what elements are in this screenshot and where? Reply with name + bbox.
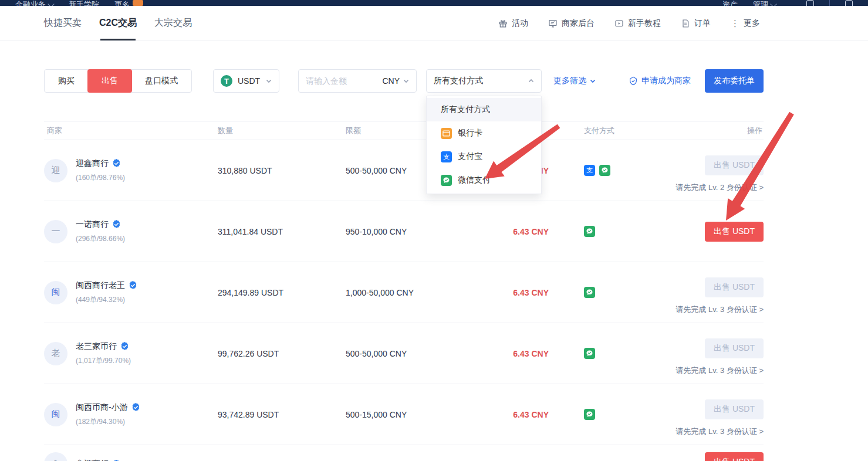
secondary-navbar: 快捷买卖 C2C交易 大宗交易 活动 商家后台 新手教程 订单 ⋮ 更多 — [0, 6, 868, 41]
header-merchant: 商家 — [44, 126, 218, 136]
chevron-down-icon — [48, 1, 54, 6]
nav-link-merchant-console[interactable]: 商家后台 — [548, 18, 595, 29]
user-icon[interactable] — [806, 0, 814, 6]
post-ad-button[interactable]: 发布委托单 — [705, 69, 764, 93]
more-filters-button[interactable]: 更多筛选 — [553, 76, 596, 86]
payment-methods-cell — [549, 226, 616, 237]
orderbook-mode-tab[interactable]: 盘口模式 — [131, 70, 191, 92]
wechat-icon — [584, 409, 595, 420]
currency-select[interactable]: CNY — [382, 76, 409, 86]
merchant-name[interactable]: 闽西商行老王 — [76, 280, 125, 291]
merchant-cell: 老 老三家币行 (1,017单/99.70%) — [44, 341, 218, 366]
chevron-down-icon — [590, 78, 596, 84]
payment-methods-cell: 支 — [549, 165, 616, 176]
topbar-manage[interactable]: 管理 — [753, 0, 776, 6]
sell-usdt-button[interactable]: 出售 USDT — [705, 399, 764, 419]
merchant-name[interactable]: 闽西币商-小游 — [76, 402, 128, 413]
merchant-cell: 迎 迎鑫商行 (160单/98.76%) — [44, 158, 218, 183]
verified-badge-icon — [131, 403, 140, 412]
payment-methods-cell — [549, 287, 616, 298]
sell-usdt-button[interactable]: 出售 USDT — [705, 222, 764, 242]
alipay-icon: 支 — [441, 151, 452, 162]
more-dots-icon: ⋮ — [731, 19, 739, 28]
offers-table: 商家 数量 限额 支付方式 操作 迎 迎鑫商行 (160单/98.76%) 31… — [44, 121, 764, 461]
dropdown-option-wechat-pay[interactable]: 微信支付 — [427, 168, 541, 192]
payment-method-dropdown: 所有支付方式 银行卡 支 支付宝 微信支付 — [426, 96, 542, 194]
nav-link-orders[interactable]: 订单 — [681, 18, 711, 29]
tab-c2c-trade[interactable]: C2C交易 — [99, 6, 137, 41]
nav-link-tutorial[interactable]: 新手教程 — [614, 18, 661, 29]
merchant-cell: 鑫 鑫源商行 — [44, 445, 218, 461]
merchant-stats: (182单/94.30%) — [76, 417, 140, 427]
merchant-cell: 一 一诺商行 (296单/98.66%) — [44, 219, 218, 244]
avatar: 老 — [44, 342, 67, 365]
topbar-menu-beginner[interactable]: 新手学院 — [69, 0, 99, 6]
avatar: 闽 — [44, 281, 67, 304]
merchant-name[interactable]: 老三家币行 — [76, 341, 117, 352]
kyc-note-link[interactable]: 请先完成 Lv. 3 身份认证 > — [676, 365, 764, 376]
price-cell: 6.43 CNY — [490, 288, 549, 297]
merchant-name[interactable]: 迎鑫商行 — [76, 158, 109, 169]
nav-link-more[interactable]: ⋮ 更多 — [731, 18, 760, 29]
sell-usdt-button[interactable]: 出售 USDT — [705, 155, 764, 175]
header-action: 操作 — [616, 126, 764, 136]
price-cell: 6.43 CNY — [490, 410, 549, 419]
amount-cell: 93,742.89 USDT — [218, 410, 346, 419]
divider — [829, 0, 830, 6]
gift-icon — [498, 19, 508, 28]
kyc-note-link[interactable]: 请先完成 Lv. 2 身份认证 > — [676, 182, 764, 193]
nav-link-activity[interactable]: 活动 — [498, 18, 528, 29]
table-header: 商家 数量 限额 支付方式 操作 — [44, 121, 764, 140]
limit-cell: 500-50,000 CNY — [346, 349, 490, 358]
new-badge — [133, 0, 143, 6]
sell-tab[interactable]: 出售 — [87, 69, 132, 93]
sell-usdt-button[interactable]: 出售 USDT — [705, 452, 764, 461]
monitor-icon — [548, 19, 558, 28]
payment-method-select[interactable]: 所有支付方式 所有支付方式 银行卡 支 支付宝 微信 — [426, 69, 542, 93]
action-cell: 出售 USDT 请先完成 Lv. 3 身份认证 > — [616, 262, 764, 323]
merchant-stats: (296单/98.66%) — [76, 234, 125, 244]
table-row: 闽 闽西商行老王 (449单/94.32%) 294,149.89 USDT 1… — [44, 262, 764, 323]
header-amount: 数量 — [218, 126, 346, 136]
avatar: 一 — [44, 220, 67, 243]
dropdown-option-bank-card[interactable]: 银行卡 — [427, 121, 541, 145]
kyc-note-link[interactable]: 请先完成 Lv. 3 身份认证 > — [676, 304, 764, 315]
action-cell: 出售 USDT 请先完成 Lv. 3 身份认证 > — [616, 384, 764, 445]
avatar: 闽 — [44, 403, 67, 426]
merchant-name[interactable]: 鑫源商行 — [76, 459, 109, 461]
chevron-up-icon — [528, 78, 534, 84]
merchant-cell: 闽 闽西商行老王 (449单/94.32%) — [44, 280, 218, 305]
topbar-menu-more[interactable]: 更多 — [114, 0, 143, 6]
book-icon[interactable] — [845, 0, 853, 6]
tab-block-trade[interactable]: 大宗交易 — [154, 6, 192, 41]
avatar: 迎 — [44, 159, 67, 182]
avatar: 鑫 — [44, 452, 67, 461]
buy-tab[interactable]: 购买 — [45, 70, 88, 92]
action-cell: 出售 USDT 请先完成 Lv. 2 身份认证 > — [616, 140, 764, 201]
topbar-assets[interactable]: 资产 — [722, 0, 738, 6]
topbar-menu-finance[interactable]: 金融业务 — [15, 0, 53, 6]
sell-usdt-button[interactable]: 出售 USDT — [705, 338, 764, 358]
sell-usdt-button[interactable]: 出售 USDT — [705, 277, 764, 297]
amount-cell: 311,041.84 USDT — [218, 227, 346, 236]
action-cell: 出售 USDT 请先完成 Lv. 3 身份认证 > — [616, 323, 764, 384]
action-cell: 出售 USDT — [616, 445, 764, 461]
coin-select[interactable]: T USDT — [213, 69, 279, 93]
document-icon — [681, 19, 690, 28]
dropdown-option-alipay[interactable]: 支 支付宝 — [427, 145, 541, 168]
price-cell: 6.43 CNY — [490, 349, 549, 358]
limit-cell: 500-15,000 CNY — [346, 410, 490, 419]
wechat-icon — [584, 226, 595, 237]
wechat-icon — [599, 165, 610, 176]
amount-cell: 294,149.89 USDT — [218, 288, 346, 297]
apply-merchant-button[interactable]: 申请成为商家 — [629, 76, 691, 86]
limit-cell: 1,000-50,000 CNY — [346, 288, 490, 297]
amount-input[interactable] — [306, 76, 364, 86]
amount-cell: 99,762.26 USDT — [218, 349, 346, 358]
kyc-note-link[interactable]: 请先完成 Lv. 3 身份认证 > — [676, 426, 764, 437]
merchant-name[interactable]: 一诺商行 — [76, 219, 109, 230]
dropdown-option-all-payments[interactable]: 所有支付方式 — [427, 98, 541, 121]
tab-express-trade[interactable]: 快捷买卖 — [44, 6, 82, 41]
table-row: 一 一诺商行 (296单/98.66%) 311,041.84 USDT 950… — [44, 201, 764, 262]
shield-check-icon — [629, 76, 638, 86]
